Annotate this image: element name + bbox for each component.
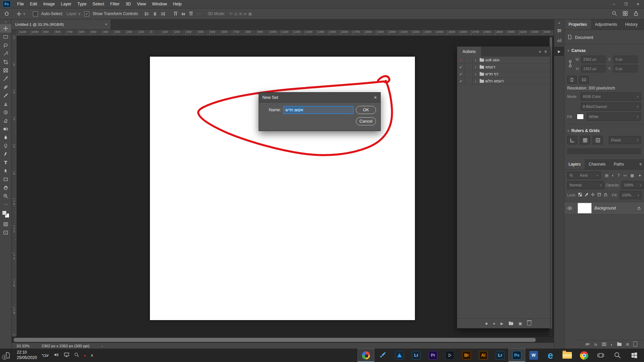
taskbar-photoshop-express-app[interactable]: [391, 349, 408, 362]
spot-healing-tool[interactable]: [0, 83, 11, 91]
path-selection-tool[interactable]: [0, 167, 11, 175]
taskbar-color-palette-app[interactable]: [358, 349, 374, 362]
align-bottom-icon[interactable]: [189, 12, 193, 16]
volume-icon[interactable]: [53, 352, 59, 359]
toggle-guides-button[interactable]: [593, 136, 603, 144]
dialog-toggle-icon[interactable]: [465, 78, 473, 84]
lock-pixels-icon[interactable]: [584, 192, 589, 198]
canvas-height-field[interactable]: 2362 px: [581, 65, 605, 72]
expand-chevron-icon[interactable]: ›: [473, 72, 479, 76]
3d-mode-icon[interactable]: ⊕: [238, 11, 243, 16]
3d-mode-icon[interactable]: ▣: [248, 11, 253, 16]
tab-adjustments[interactable]: Adjustments: [591, 19, 621, 29]
taskbar-bridge-app[interactable]: Br: [458, 349, 475, 362]
sliders-panel-icon[interactable]: [557, 28, 562, 34]
foreground-background-colors[interactable]: [2, 210, 9, 218]
layer-filter-icon[interactable]: ▩: [630, 173, 634, 178]
close-tab-icon[interactable]: ×: [105, 22, 107, 27]
horizontal-scrollbar[interactable]: [12, 337, 554, 343]
align-middle-icon[interactable]: [181, 12, 185, 16]
gradient-tool[interactable]: [0, 125, 11, 133]
actions-panel-header[interactable]: Actions » ≡: [457, 47, 550, 57]
marquee-tool[interactable]: [0, 33, 11, 41]
zoom-level[interactable]: 33.33%: [16, 344, 30, 348]
color-mode-select[interactable]: RGB Color∨: [581, 93, 641, 101]
new-set-icon[interactable]: [509, 322, 513, 325]
history-brush-tool[interactable]: [0, 108, 11, 116]
link-layers-icon[interactable]: [585, 342, 590, 347]
canvas-section-header[interactable]: ∨ Canvas: [567, 48, 641, 53]
3d-mode-icon[interactable]: ◎: [233, 11, 238, 16]
notification-icon[interactable]: 3: [3, 351, 12, 360]
actions-panel-dock-icon[interactable]: ▶: [554, 47, 564, 56]
menu-item[interactable]: Type: [74, 0, 90, 8]
opacity-select[interactable]: 100%∨: [622, 181, 644, 189]
auto-select-checkbox[interactable]: ✓: [33, 11, 38, 16]
ruler-origin-box[interactable]: [12, 30, 16, 36]
layer-visibility-toggle[interactable]: [565, 202, 575, 214]
taskbar-chrome-app[interactable]: [576, 349, 592, 362]
include-check-icon[interactable]: ✓: [457, 78, 465, 84]
action-set-row[interactable]: ✓ › דף חדש: [457, 71, 550, 78]
align-top-icon[interactable]: [174, 12, 177, 16]
taskbar-task-view-button[interactable]: [592, 349, 609, 362]
clone-stamp-tool[interactable]: [0, 100, 11, 108]
tab-channels[interactable]: Channels: [585, 159, 610, 169]
align-left-icon[interactable]: [145, 12, 149, 16]
move-tool[interactable]: [0, 24, 11, 33]
hand-tool[interactable]: [0, 183, 11, 192]
bit-depth-select[interactable]: 8 Bits/Channel∨: [581, 103, 641, 111]
frame-tool[interactable]: [0, 66, 11, 74]
canvas-width-field[interactable]: 2362 px: [581, 56, 605, 63]
menu-item[interactable]: Window: [149, 0, 170, 8]
include-check-icon[interactable]: ✓: [457, 71, 465, 77]
minimize-button[interactable]: ─: [608, 0, 620, 8]
taskbar-word-app[interactable]: W: [525, 349, 542, 362]
menu-item[interactable]: Filter: [107, 0, 123, 8]
network-icon[interactable]: [64, 352, 69, 358]
layer-name[interactable]: Background: [594, 206, 637, 210]
taskbar-premiere-pro-app[interactable]: Pr: [425, 349, 441, 362]
3d-mode-icon[interactable]: ↻: [228, 11, 233, 16]
layer-thumbnail[interactable]: [578, 203, 592, 214]
stop-icon[interactable]: ■: [485, 321, 488, 325]
menu-item[interactable]: Image: [40, 0, 58, 8]
taskbar-start-button[interactable]: [626, 349, 643, 362]
delete-action-icon[interactable]: [527, 321, 531, 325]
new-layer-icon[interactable]: ⊞: [626, 342, 629, 347]
collapse-tools-icon[interactable]: »: [5, 19, 6, 24]
menu-item[interactable]: Select: [90, 0, 107, 8]
crop-tool[interactable]: [0, 58, 11, 66]
rulers-grids-section-header[interactable]: ∨ Rulers & Grids: [567, 128, 641, 133]
fill-color-swatch[interactable]: [577, 114, 584, 120]
dialog-close-icon[interactable]: ✕: [370, 95, 377, 100]
canvas-x-field[interactable]: 0 px: [613, 56, 638, 63]
taskbar-clock[interactable]: 22:10 25/05/2020: [17, 350, 37, 360]
layer-filter-icon[interactable]: T: [617, 173, 621, 178]
menu-item[interactable]: View: [134, 0, 149, 8]
share-icon[interactable]: [633, 11, 639, 17]
menu-item[interactable]: Layer: [58, 0, 74, 8]
play-icon[interactable]: ▶: [500, 321, 503, 326]
lock-all-icon[interactable]: [603, 192, 608, 198]
taskbar-edge-app[interactable]: e: [542, 349, 559, 362]
taskbar-photoshop-app[interactable]: Ps: [508, 349, 525, 362]
menu-item[interactable]: Edit: [27, 0, 40, 8]
foreground-color-swatch[interactable]: [2, 210, 7, 215]
3d-mode-icon[interactable]: ⇄: [243, 11, 248, 16]
menu-item[interactable]: Help: [170, 0, 185, 8]
blend-mode-select[interactable]: Normal∨: [567, 181, 604, 189]
taskbar-lightroom-app[interactable]: Lr: [492, 349, 508, 362]
action-set-row[interactable]: ✓ › soft skin: [457, 57, 550, 64]
status-options-chevron-icon[interactable]: ›: [102, 344, 103, 348]
align-more-icon[interactable]: ⋯: [197, 11, 201, 16]
menu-item[interactable]: 3D: [122, 0, 134, 8]
toggle-rulers-button[interactable]: [567, 136, 577, 144]
tab-paths[interactable]: Paths: [610, 159, 628, 169]
layer-filter-kind-select[interactable]: Kind∨: [567, 172, 601, 179]
portrait-orientation-button[interactable]: [567, 76, 577, 84]
close-button[interactable]: ✕: [632, 0, 644, 8]
canvas-y-field[interactable]: 0 px: [613, 65, 638, 72]
layer-mask-icon[interactable]: [602, 342, 606, 347]
tab-history[interactable]: History: [621, 19, 642, 29]
